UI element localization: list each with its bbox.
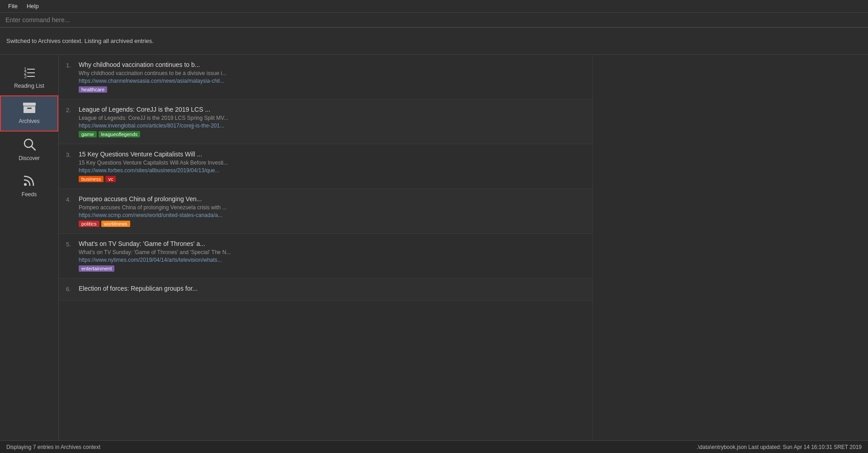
entry-tags: entertainment [79,265,585,272]
feeds-icon [23,174,36,189]
svg-rect-8 [27,108,32,109]
entry-tags: gameleagueoflegends [79,131,585,137]
entry-tag: leagueoflegends [99,131,141,137]
entry-number: 1. [66,61,79,69]
entry-description: 15 Key Questions Venture Capitalists Wil… [79,160,585,166]
entry-tags: healthcare [79,86,585,93]
entry-description: What's on TV Sunday: 'Game of Thrones' a… [79,249,585,255]
menu-bar: File Help [0,0,868,13]
sidebar-item-discover-label: Discover [19,155,40,161]
entry-url: https://www.invenglobal.com/articles/801… [79,123,585,129]
entry-number: 5. [66,240,79,248]
sidebar-item-feeds-label: Feeds [22,191,37,198]
discover-icon [23,138,36,152]
entry-tag: vc [105,176,116,182]
status-bar: Displaying 7 entries in Archives context… [0,440,868,453]
entry-number: 3. [66,151,79,158]
sidebar-item-reading-list-label: Reading List [14,83,44,89]
entry-number: 6. [66,285,79,293]
content-area: 1.Why childhood vaccination continues to… [59,55,592,440]
entry-title: Why childhood vaccination continues to b… [79,61,585,68]
entry-tag: healthcare [79,86,107,93]
menu-file[interactable]: File [4,2,22,10]
sidebar-item-reading-list[interactable]: 1 2 3 Reading List [0,59,58,95]
command-bar [0,13,868,28]
statusbar-right: .\data\entrybook.json Last updated: Sun … [697,444,862,450]
entry-tag: entertainment [79,265,114,272]
entry-description: Why childhood vaccination continues to b… [79,70,585,76]
sidebar-item-archives[interactable]: Archives [0,95,58,132]
entry-tags: politicsworldnews [79,221,585,227]
entry-tag: business [79,176,104,182]
entry-content: League of Legends: CoreJJ is the 2019 LC… [79,106,585,137]
entry-number: 2. [66,106,79,113]
entry-url: https://www.channelnewsasia.com/news/asi… [79,78,585,84]
svg-point-11 [24,183,27,186]
entry-content: Why childhood vaccination continues to b… [79,61,585,93]
entry-content: Election of forces: Republican groups fo… [79,285,585,294]
table-row[interactable]: 6.Election of forces: Republican groups … [59,278,592,301]
right-panel [592,55,868,440]
entry-url: https://www.scmp.com/news/world/united-s… [79,212,585,218]
entry-number: 4. [66,195,79,203]
entry-tags: businessvc [79,176,585,182]
entry-title: Pompeo accuses China of prolonging Ven..… [79,195,585,203]
table-row[interactable]: 1.Why childhood vaccination continues to… [59,55,592,99]
command-input[interactable] [5,16,863,24]
entry-tag: politics [79,221,99,227]
entry-tag: game [79,131,97,137]
reading-list-icon: 1 2 3 [23,66,36,80]
entry-description: Pompeo accuses China of prolonging Venez… [79,204,585,211]
entry-title: What's on TV Sunday: 'Game of Thrones' a… [79,240,585,247]
entry-content: What's on TV Sunday: 'Game of Thrones' a… [79,240,585,272]
entry-description: League of Legends: CoreJJ is the 2019 LC… [79,115,585,121]
entry-content: 15 Key Questions Venture Capitalists Wil… [79,151,585,182]
entry-url: https://www.nytimes.com/2019/04/14/arts/… [79,257,585,263]
entry-title: League of Legends: CoreJJ is the 2019 LC… [79,106,585,113]
sidebar-item-feeds[interactable]: Feeds [0,168,58,204]
table-row[interactable]: 3.15 Key Questions Venture Capitalists W… [59,144,592,189]
status-message: Switched to Archives context. Listing al… [0,28,868,55]
sidebar: 1 2 3 Reading List Archives [0,55,59,440]
table-row[interactable]: 5.What's on TV Sunday: 'Game of Thrones'… [59,234,592,278]
svg-rect-7 [24,106,35,113]
svg-rect-6 [23,103,36,106]
svg-line-10 [32,146,35,150]
statusbar-left: Displaying 7 entries in Archives context [6,444,100,450]
table-row[interactable]: 2.League of Legends: CoreJJ is the 2019 … [59,99,592,144]
sidebar-item-discover[interactable]: Discover [0,132,58,168]
entry-title: Election of forces: Republican groups fo… [79,285,585,292]
entry-content: Pompeo accuses China of prolonging Ven..… [79,195,585,227]
entry-title: 15 Key Questions Venture Capitalists Wil… [79,151,585,158]
entry-tag: worldnews [101,221,130,227]
table-row[interactable]: 4.Pompeo accuses China of prolonging Ven… [59,189,592,234]
main-area: 1 2 3 Reading List Archives [0,55,868,440]
svg-text:3: 3 [24,74,27,78]
sidebar-item-archives-label: Archives [19,118,39,124]
archives-icon [23,103,36,115]
status-message-text: Switched to Archives context. Listing al… [6,38,154,44]
entry-url: https://www.forbes.com/sites/allbusiness… [79,167,585,174]
menu-help[interactable]: Help [22,2,43,10]
